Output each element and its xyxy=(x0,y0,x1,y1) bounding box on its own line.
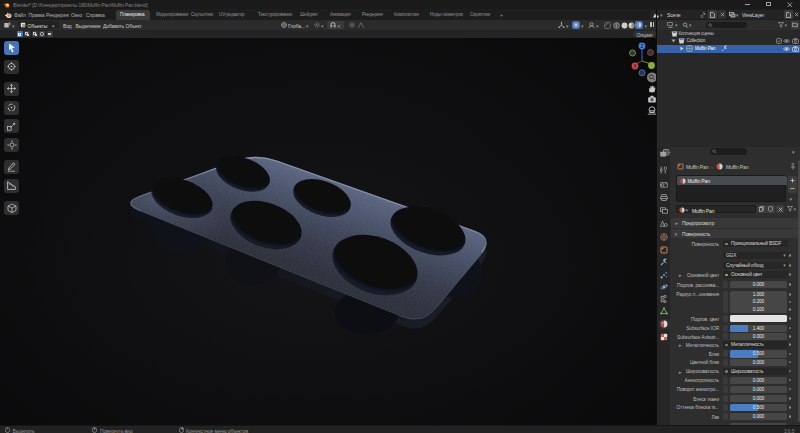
svg-text:Z: Z xyxy=(640,43,643,49)
